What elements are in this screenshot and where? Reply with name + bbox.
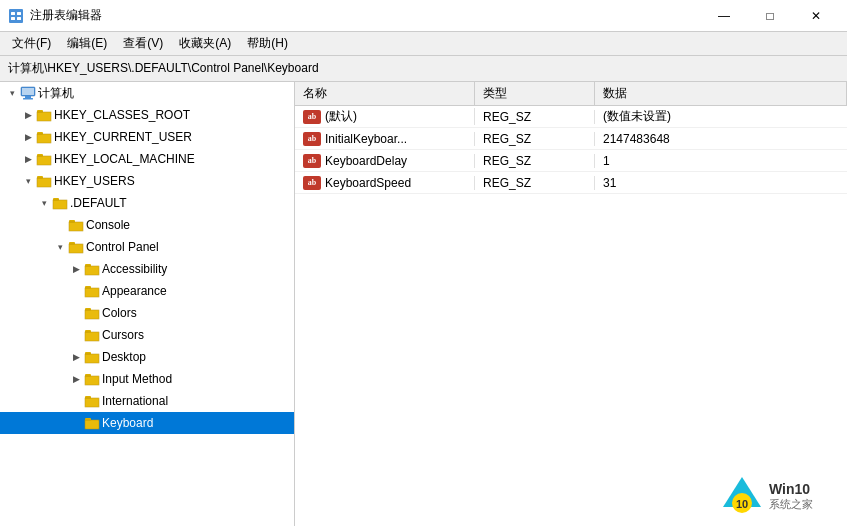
tree-label-hklm: HKEY_LOCAL_MACHINE <box>54 152 195 166</box>
tree-label-console: Console <box>86 218 130 232</box>
col-header-type[interactable]: 类型 <box>475 82 595 105</box>
address-path: 计算机\HKEY_USERS\.DEFAULT\Control Panel\Ke… <box>8 60 319 77</box>
expander-desktop[interactable]: ▶ <box>68 349 84 365</box>
tree-label-colors: Colors <box>102 306 137 320</box>
folder-icon-hku <box>36 173 52 189</box>
title-bar-left: 注册表编辑器 <box>8 7 102 24</box>
value-row-2[interactable]: abKeyboardDelayREG_SZ1 <box>295 150 847 172</box>
tree-node-hkcr[interactable]: ▶ HKEY_CLASSES_ROOT <box>0 104 294 126</box>
tree-node-colors[interactable]: Colors <box>0 302 294 324</box>
svg-rect-15 <box>37 132 43 135</box>
svg-rect-2 <box>17 12 21 15</box>
menu-item-查看(V)[interactable]: 查看(V) <box>115 34 171 54</box>
tree-label-appearance: Appearance <box>102 284 167 298</box>
value-type-1: REG_SZ <box>475 132 595 146</box>
tree-label-default: .DEFAULT <box>70 196 126 210</box>
tree-node-hku[interactable]: ▾ HKEY_USERS <box>0 170 294 192</box>
col-type-label: 类型 <box>483 85 507 102</box>
expander-console <box>52 217 68 233</box>
expander-hku[interactable]: ▾ <box>20 173 36 189</box>
watermark-line1: Win10 <box>769 481 813 497</box>
svg-rect-14 <box>37 134 51 143</box>
value-type-2: REG_SZ <box>475 154 595 168</box>
svg-rect-67 <box>85 418 91 421</box>
col-header-name[interactable]: 名称 <box>295 82 475 105</box>
tree-label-controlpanel: Control Panel <box>86 240 159 254</box>
svg-rect-10 <box>37 112 51 121</box>
svg-rect-27 <box>53 198 59 201</box>
svg-rect-19 <box>37 154 43 157</box>
value-row-0[interactable]: ab(默认)REG_SZ(数值未设置) <box>295 106 847 128</box>
expander-hkcr[interactable]: ▶ <box>20 107 36 123</box>
svg-rect-23 <box>37 176 43 179</box>
tree-node-computer[interactable]: ▾ 计算机 <box>0 82 294 104</box>
expander-international <box>68 393 84 409</box>
tree-label-international: International <box>102 394 168 408</box>
svg-rect-3 <box>11 17 15 20</box>
tree-node-accessibility[interactable]: ▶ Accessibility <box>0 258 294 280</box>
expander-accessibility[interactable]: ▶ <box>68 261 84 277</box>
folder-icon-default <box>52 195 68 211</box>
value-type-3: REG_SZ <box>475 176 595 190</box>
svg-rect-66 <box>85 420 99 429</box>
tree-node-inputmethod[interactable]: ▶ Input Method <box>0 368 294 390</box>
tree-node-international[interactable]: International <box>0 390 294 412</box>
values-list: ab(默认)REG_SZ(数值未设置)abInitialKeyboar...RE… <box>295 106 847 194</box>
expander-controlpanel[interactable]: ▾ <box>52 239 68 255</box>
folder-icon-accessibility <box>84 261 100 277</box>
expander-appearance <box>68 283 84 299</box>
svg-rect-22 <box>37 178 51 187</box>
tree-label-accessibility: Accessibility <box>102 262 167 276</box>
expander-inputmethod[interactable]: ▶ <box>68 371 84 387</box>
tree-node-console[interactable]: Console <box>0 214 294 236</box>
svg-rect-26 <box>53 200 67 209</box>
svg-rect-7 <box>23 98 33 100</box>
value-name-2: abKeyboardDelay <box>295 154 475 168</box>
tree-label-hkcu: HKEY_CURRENT_USER <box>54 130 192 144</box>
value-row-3[interactable]: abKeyboardSpeedREG_SZ31 <box>295 172 847 194</box>
folder-icon-computer <box>20 85 36 101</box>
tree-node-default[interactable]: ▾ .DEFAULT <box>0 192 294 214</box>
folder-icon-appearance <box>84 283 100 299</box>
svg-rect-50 <box>85 332 99 341</box>
close-button[interactable]: ✕ <box>793 3 839 29</box>
col-header-data[interactable]: 数据 <box>595 82 847 105</box>
reg-icon-2: ab <box>303 154 321 168</box>
value-name-3: abKeyboardSpeed <box>295 176 475 190</box>
tree-node-controlpanel[interactable]: ▾ Control Panel <box>0 236 294 258</box>
value-data-1: 2147483648 <box>595 132 847 146</box>
svg-rect-6 <box>25 96 31 98</box>
tree-node-keyboard[interactable]: Keyboard <box>0 412 294 434</box>
maximize-button[interactable]: □ <box>747 3 793 29</box>
value-data-2: 1 <box>595 154 847 168</box>
expander-hkcu[interactable]: ▶ <box>20 129 36 145</box>
value-row-1[interactable]: abInitialKeyboar...REG_SZ2147483648 <box>295 128 847 150</box>
tree-node-cursors[interactable]: Cursors <box>0 324 294 346</box>
value-data-3: 31 <box>595 176 847 190</box>
folder-icon-hkcr <box>36 107 52 123</box>
tree-label-inputmethod: Input Method <box>102 372 172 386</box>
folder-icon-controlpanel <box>68 239 84 255</box>
expander-default[interactable]: ▾ <box>36 195 52 211</box>
expander-computer[interactable]: ▾ <box>4 85 20 101</box>
menu-item-编辑(E)[interactable]: 编辑(E) <box>59 34 115 54</box>
value-name-1: abInitialKeyboar... <box>295 132 475 146</box>
watermark-line2: 系统之家 <box>769 497 813 512</box>
menu-item-帮助(H)[interactable]: 帮助(H) <box>239 34 296 54</box>
tree-scroll[interactable]: ▾ 计算机▶ HKEY_CLASSES_ROOT▶ HKEY_CURRENT_U… <box>0 82 294 526</box>
folder-icon-desktop <box>84 349 100 365</box>
tree-node-appearance[interactable]: Appearance <box>0 280 294 302</box>
minimize-button[interactable]: — <box>701 3 747 29</box>
menu-item-收藏夹(A)[interactable]: 收藏夹(A) <box>171 34 239 54</box>
tree-node-hkcu[interactable]: ▶ HKEY_CURRENT_USER <box>0 126 294 148</box>
expander-hklm[interactable]: ▶ <box>20 151 36 167</box>
svg-rect-8 <box>22 88 34 95</box>
svg-rect-4 <box>17 17 21 20</box>
folder-icon-international <box>84 393 100 409</box>
window-title: 注册表编辑器 <box>30 7 102 24</box>
tree-node-hklm[interactable]: ▶ HKEY_LOCAL_MACHINE <box>0 148 294 170</box>
tree-node-desktop[interactable]: ▶ Desktop <box>0 346 294 368</box>
window-controls: — □ ✕ <box>701 3 839 29</box>
menu-item-文件(F)[interactable]: 文件(F) <box>4 34 59 54</box>
main-content: ▾ 计算机▶ HKEY_CLASSES_ROOT▶ HKEY_CURRENT_U… <box>0 82 847 526</box>
